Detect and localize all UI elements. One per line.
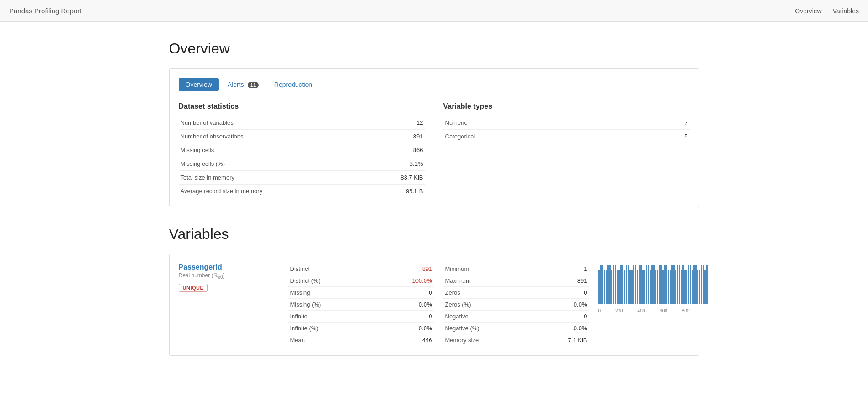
table-row: Number of observations891 [179,130,425,143]
histogram-bar [637,270,638,304]
stat-value: 0 [375,311,434,323]
histogram-bar [646,265,647,304]
variables-container: PassengerId Real number (ℝ≥0) UNIQUE Dis… [169,254,699,356]
histogram-bar [686,270,687,304]
stat-value: 0 [534,287,589,299]
stat-value: 891 [375,263,434,275]
table-row: Missing (%) 0.0% [288,299,434,311]
stat-label: Missing [288,287,375,299]
histogram-bar [622,265,623,304]
var-stats-left-table: Distinct 891 Distinct (%) 100.0% Missing… [288,263,434,346]
variable-card: PassengerId Real number (ℝ≥0) UNIQUE Dis… [169,254,699,356]
histogram-bar [650,270,651,304]
histogram-bar [693,265,695,304]
stat-value: 446 [375,334,434,346]
histogram-bar [655,270,656,304]
histogram-bar [648,265,649,304]
alerts-badge: 11 [248,82,259,88]
stat-value: 891 [367,130,425,143]
axis-label: 0 [598,308,601,313]
stat-label: Total size in memory [179,171,367,185]
histogram-bar [684,270,686,304]
histogram-bar [600,265,602,304]
stat-value: 0 [375,287,434,299]
histogram-bar [666,265,667,304]
table-row: Minimum 1 [443,263,589,275]
histogram-bar [611,270,612,304]
stat-value: 0.0% [534,299,589,311]
var-stats-right-table: Minimum 1 Maximum 891 Zeros 0 Zeros (%) … [443,263,589,346]
stat-value: 891 [534,275,589,287]
variable-info: PassengerId Real number (ℝ≥0) UNIQUE [179,263,279,291]
stats-grid: Dataset statistics Number of variables12… [179,102,690,198]
overview-tabs: Overview Alerts 11 Reproduction [179,78,690,91]
table-row: Average record size in memory96.1 B [179,185,425,198]
histogram-bar [613,265,614,304]
table-row: Number of variables12 [179,116,425,130]
stat-label: Distinct [288,263,375,275]
stat-label: Maximum [443,275,534,287]
type-label: Categorical [443,130,648,143]
table-row: Zeros (%) 0.0% [443,299,589,311]
tab-overview[interactable]: Overview [179,78,219,91]
histogram-bar [701,265,702,304]
variable-histogram: 0200400600800 [598,263,690,313]
table-row: Distinct 891 [288,263,434,275]
table-row: Missing 0 [288,287,434,299]
histogram-bar [688,265,689,304]
histogram-bar [633,265,634,304]
histogram-bar [673,265,675,304]
table-row: Infinite 0 [288,311,434,323]
variable-types: Variable types Numeric7Categorical5 [443,102,690,198]
stat-label: Missing (%) [288,299,375,311]
histogram-bar [606,270,607,304]
histogram-bar [639,265,640,304]
stat-label: Zeros (%) [443,299,534,311]
stat-value: 866 [367,143,425,157]
histogram-bar [677,265,678,304]
histogram-bar [626,265,627,304]
histogram-bar [617,270,618,304]
type-value: 7 [647,116,689,130]
variable-name[interactable]: PassengerId [179,263,222,271]
variables-heading: Variables [169,226,699,243]
stat-value: 83.7 KiB [367,171,425,185]
histogram-container: 0200400600800 [598,263,690,313]
navbar-links: Overview Variables [795,7,859,15]
variable-stats-left: Distinct 891 Distinct (%) 100.0% Missing… [288,263,434,346]
dataset-stats-table: Number of variables12Number of observati… [179,116,425,198]
stat-value: 12 [367,116,425,130]
histogram-bar [671,265,673,304]
histogram-axis: 0200400600800 [598,308,690,313]
stat-label: Infinite [288,311,375,323]
histogram-bar [659,265,660,304]
histogram-bar [695,265,697,304]
tab-reproduction[interactable]: Reproduction [267,78,319,91]
stat-value: 8.1% [367,157,425,171]
table-row: Mean 446 [288,334,434,346]
stat-value: 0 [534,311,589,323]
histogram-bar [681,270,682,304]
table-row: Negative (%) 0.0% [443,323,589,334]
histogram-bar [642,270,644,304]
histogram-bar [662,270,664,304]
histogram-bar [690,265,691,304]
stat-value: 0.0% [534,323,589,334]
dataset-stats-title: Dataset statistics [179,102,425,111]
stat-label: Minimum [443,263,534,275]
histogram-bar [607,265,609,304]
axis-label: 200 [615,308,623,313]
navbar-link-variables[interactable]: Variables [833,7,859,15]
histogram-bar [660,265,662,304]
stat-value: 1 [534,263,589,275]
type-label: Numeric [443,116,648,130]
histogram-bar [668,270,669,304]
histogram-bar [620,265,622,304]
histogram-bar [692,270,693,304]
histogram-bar [618,270,620,304]
tab-alerts[interactable]: Alerts 11 [221,78,266,91]
stat-label: Number of observations [179,130,367,143]
navbar-link-overview[interactable]: Overview [795,7,821,15]
stat-label: Mean [288,334,375,346]
stat-label: Average record size in memory [179,185,367,198]
